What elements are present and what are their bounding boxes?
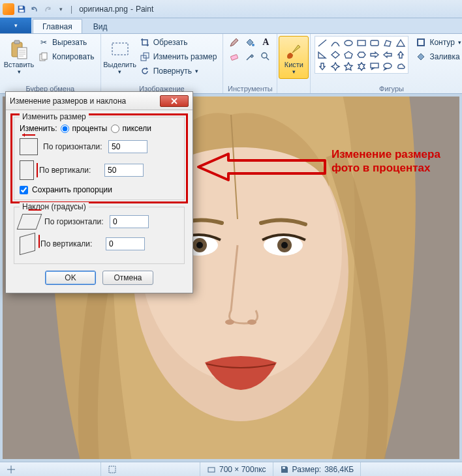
horizontal-input[interactable]: [108, 140, 147, 153]
paste-button[interactable]: Вставить ▾: [4, 36, 34, 79]
radio-pixels-input[interactable]: [111, 125, 119, 133]
shape-arrowd-icon[interactable]: [316, 61, 329, 72]
shape-diamond-icon[interactable]: [329, 49, 342, 61]
fill-icon: [416, 52, 426, 62]
brushes-button[interactable]: Кисти ▾: [279, 36, 309, 79]
shapes-gallery[interactable]: [315, 36, 408, 74]
shape-pentagon-icon[interactable]: [342, 49, 355, 61]
pencil-tool[interactable]: [227, 36, 241, 49]
chevron-down-icon: ▾: [458, 39, 461, 46]
vertical-input[interactable]: [104, 164, 144, 177]
save-icon[interactable]: [16, 3, 27, 15]
shape-roundrect-icon[interactable]: [368, 37, 381, 49]
group-brushes: Кисти ▾: [277, 34, 311, 93]
title-separator: |: [70, 5, 72, 14]
disk-icon: [280, 465, 289, 474]
redo-icon[interactable]: [42, 3, 54, 15]
paste-icon: [9, 40, 29, 59]
cursor-pos-icon: [7, 465, 16, 474]
outline-label: Контур: [429, 38, 454, 47]
shape-line-icon[interactable]: [316, 37, 329, 49]
svg-rect-15: [371, 40, 378, 46]
dialog-titlebar[interactable]: Изменение размеров и наклона: [6, 92, 192, 110]
vertical-label: По вертикали:: [39, 166, 99, 175]
vertical-resize-icon: [20, 160, 34, 180]
svg-point-12: [262, 53, 267, 58]
shape-star4-icon[interactable]: [329, 61, 342, 72]
svg-rect-6: [42, 53, 47, 59]
radio-percent-input[interactable]: [61, 125, 69, 133]
resize-button[interactable]: Изменить размер: [138, 50, 219, 63]
shape-hexagon-icon[interactable]: [355, 49, 368, 61]
keep-aspect-label: Сохранить пропорции: [32, 185, 112, 194]
outline-icon: [416, 37, 426, 48]
brush-icon: [284, 40, 303, 59]
svg-rect-32: [283, 467, 285, 469]
chevron-down-icon: ▾: [195, 68, 198, 74]
chevron-down-icon: ▾: [18, 68, 21, 75]
chevron-down-icon: ▾: [292, 68, 296, 75]
file-tab[interactable]: ▾: [0, 18, 31, 33]
shape-arrowr-icon[interactable]: [368, 49, 381, 61]
skew-vertical-label: По вертикали:: [40, 239, 100, 248]
rotate-button[interactable]: Повернуть ▾: [138, 65, 219, 78]
horizontal-resize-icon: [20, 138, 38, 155]
resize-legend: Изменить размер: [20, 112, 89, 121]
ok-button[interactable]: OK: [45, 271, 96, 285]
shape-star6-icon[interactable]: [355, 61, 368, 72]
shape-triangle-icon[interactable]: [394, 37, 407, 49]
tab-home[interactable]: Главная: [33, 19, 82, 33]
group-tools: A Инструменты: [223, 34, 277, 93]
fill-label: Заливка: [429, 52, 459, 61]
shape-rect-icon[interactable]: [355, 37, 368, 49]
fill-tool[interactable]: [243, 36, 257, 49]
resize-by-label: Изменить:: [20, 124, 57, 133]
vertical-skew-icon: [20, 233, 35, 255]
magnifier-tool[interactable]: [258, 50, 273, 63]
paste-label: Вставить: [4, 61, 35, 68]
select-button[interactable]: Выделить ▾: [105, 36, 135, 79]
dimensions-icon: [207, 465, 216, 474]
shape-star5-icon[interactable]: [342, 61, 355, 72]
skew-vertical-input[interactable]: [106, 237, 145, 250]
svg-rect-3: [14, 40, 20, 44]
horizontal-label: По горизонтали:: [43, 142, 103, 151]
window-title-sep: -: [131, 5, 133, 14]
status-filesize: Размер: 386,4КБ: [273, 462, 361, 476]
skew-horizontal-label: По горизонтали:: [44, 217, 104, 226]
copy-button[interactable]: Копировать: [37, 50, 97, 63]
tab-view[interactable]: Вид: [84, 19, 117, 33]
close-button[interactable]: [160, 95, 189, 107]
svg-rect-11: [231, 54, 238, 60]
rotate-icon: [140, 66, 150, 76]
cut-button[interactable]: ✂ Вырезать: [37, 36, 97, 49]
eraser-tool[interactable]: [227, 50, 241, 63]
keep-aspect-checkbox[interactable]: [20, 186, 28, 194]
shape-rtriangle-icon[interactable]: [316, 49, 329, 61]
shape-arrowl-icon[interactable]: [381, 49, 394, 61]
shape-callout-rect-icon[interactable]: [368, 61, 381, 72]
outline-button[interactable]: Контур▾: [414, 36, 462, 49]
radio-percent[interactable]: проценты: [61, 124, 107, 133]
radio-pixels[interactable]: пиксели: [111, 124, 151, 133]
shape-arrowu-icon[interactable]: [394, 49, 407, 61]
qat-dropdown-icon[interactable]: ▾: [55, 3, 67, 15]
shape-callout-oval-icon[interactable]: [381, 61, 394, 72]
picker-tool[interactable]: [243, 50, 257, 63]
close-icon: [170, 98, 178, 104]
crop-button[interactable]: Обрезать: [138, 36, 219, 49]
shape-oval-icon[interactable]: [342, 37, 355, 49]
shape-polygon-icon[interactable]: [381, 37, 394, 49]
group-shapes: Контур▾ Заливка▾ Фигуры: [311, 34, 462, 93]
svg-rect-14: [358, 40, 365, 46]
shape-curve-icon[interactable]: [329, 37, 342, 49]
svg-point-10: [252, 44, 254, 46]
text-tool[interactable]: A: [258, 36, 273, 49]
horizontal-skew-icon: [17, 214, 42, 230]
selection-size-icon: [108, 465, 117, 474]
fill-button[interactable]: Заливка▾: [414, 50, 462, 63]
undo-icon[interactable]: [29, 3, 40, 15]
shape-callout-cloud-icon[interactable]: [394, 61, 407, 72]
skew-horizontal-input[interactable]: [110, 215, 149, 228]
cancel-button[interactable]: Отмена: [102, 271, 153, 285]
